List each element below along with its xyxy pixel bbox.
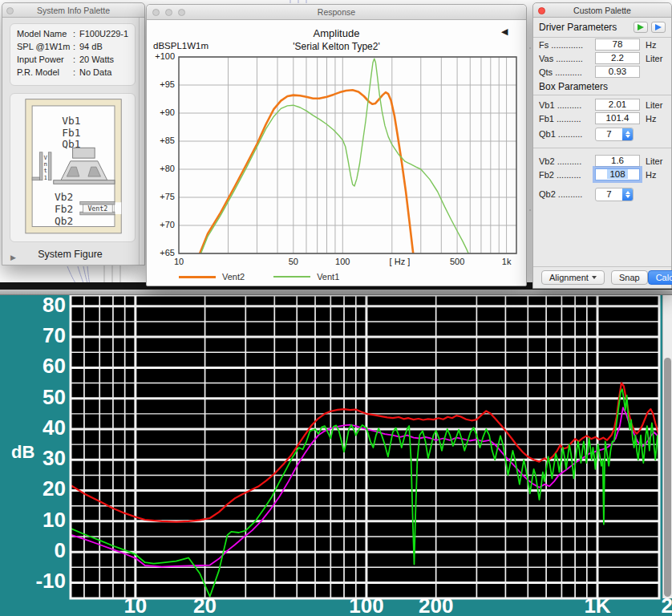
svg-text:1K: 1K (584, 594, 610, 616)
fb1-row: Fb1 .......... 101.4 Hz (533, 111, 671, 125)
vent1-legend-label: Vent1 (317, 272, 339, 282)
response-window: Response Amplitude ◀ dBSPL1W1m 'Serial K… (146, 4, 527, 286)
svg-text:30: 30 (43, 446, 66, 470)
system-figure-label: System Figure (38, 249, 103, 260)
box-parameters-section: Box Parameters (533, 79, 671, 95)
svg-text:20: 20 (193, 594, 217, 616)
svg-text:+90: +90 (160, 107, 175, 117)
vent1-legend-swatch (273, 276, 310, 278)
svg-text:+70: +70 (160, 220, 175, 229)
vb2-input[interactable]: 1.6 (595, 155, 640, 167)
vas-row: Vas ........... 2.2 Liter (533, 51, 671, 65)
screen: 10201002001K280706050403020100-10 dB Sys… (0, 0, 672, 616)
qts-input[interactable]: 0.93 (595, 66, 640, 78)
svg-text:Fb2: Fb2 (55, 203, 73, 215)
chart-legend: Vent2 Vent1 (179, 270, 341, 283)
svg-text:200: 200 (419, 594, 453, 616)
run-blue-button[interactable] (651, 22, 666, 33)
qb1-row: Qb1 .......... 7 (533, 125, 671, 143)
close-button[interactable] (152, 9, 160, 16)
svg-text:+80: +80 (160, 164, 175, 173)
svg-text:1: 1 (43, 174, 47, 181)
fb2-row: Fb2 .......... 108 Hz (533, 168, 671, 181)
system-figure-box: Vb1 Fb1 Qb1 V n t 1 (10, 93, 136, 242)
palette-footer: Alignment Snap Calc. (533, 266, 671, 288)
pr-model-row: P.R. Model:No Data (17, 67, 135, 80)
input-power-row: Input Power:20 Watts (17, 55, 135, 67)
svg-text:50: 50 (43, 385, 66, 409)
window-title: Custom Palette (573, 6, 631, 15)
zoom-button[interactable] (178, 9, 185, 16)
svg-text:0: 0 (55, 538, 66, 562)
window-title: Response (318, 7, 355, 17)
svg-text:Fb1: Fb1 (62, 127, 80, 139)
svg-text:-10: -10 (35, 569, 66, 593)
qb2-stepper[interactable]: 7 (595, 188, 634, 201)
snap-button[interactable]: Snap (611, 270, 648, 285)
system-figure-footer: ▶ System Figure (2, 245, 138, 263)
close-button[interactable] (6, 7, 14, 14)
stepper-arrows-icon[interactable] (622, 188, 633, 201)
svg-text:1k: 1k (502, 257, 512, 266)
svg-text:80: 80 (43, 295, 66, 317)
svg-text:20: 20 (43, 476, 66, 500)
driver-parameters-section: Driver Parameters (533, 18, 671, 37)
svg-text:Vb2: Vb2 (55, 191, 73, 203)
fs-input[interactable]: 78 (595, 38, 640, 51)
system-info-titlebar: System Info Palette (2, 3, 144, 18)
system-info-palette-window: System Info Palette Model Name:F100U229-… (2, 2, 145, 265)
measurement-chart: 10201002001K280706050403020100-10 (0, 295, 672, 616)
scrollbar-thumb[interactable] (664, 358, 671, 597)
scrollbar[interactable] (662, 295, 672, 598)
vb1-row: Vb1 .......... 2.01 Liter (533, 98, 671, 111)
close-button[interactable] (538, 7, 545, 14)
svg-text:60: 60 (43, 354, 66, 378)
divider (533, 148, 671, 148)
alignment-button[interactable]: Alignment (541, 270, 605, 285)
scrollbar[interactable] (139, 18, 144, 265)
disclosure-triangle-icon[interactable]: ▶ (10, 249, 16, 266)
measurement-chart-window: 10201002001K280706050403020100-10 (0, 282, 672, 616)
svg-text:Vent2: Vent2 (87, 205, 107, 213)
svg-text:70: 70 (43, 323, 66, 347)
response-chart: 1050100[ Hz ]5001k+100+95+90+85+80+75+70… (147, 20, 528, 287)
vas-input[interactable]: 2.2 (595, 52, 640, 64)
svg-text:+100: +100 (155, 51, 175, 61)
custom-palette-window: Custom Palette Driver Parameters Fs ....… (532, 2, 672, 289)
qts-row: Qts ........... 0.93 (533, 65, 671, 79)
qb1-stepper[interactable]: 7 (595, 128, 634, 141)
calc-button[interactable]: Calc. (648, 270, 672, 285)
svg-text:Qb2: Qb2 (55, 215, 73, 227)
svg-text:10: 10 (123, 594, 147, 616)
svg-text:10: 10 (43, 508, 66, 532)
svg-text:40: 40 (43, 415, 66, 440)
db-axis-label: dB (11, 442, 34, 463)
svg-text:100: 100 (349, 594, 383, 616)
svg-text:+95: +95 (160, 79, 175, 89)
vb1-input[interactable]: 2.01 (595, 99, 640, 111)
divider (533, 95, 671, 95)
dropdown-arrow-icon (592, 276, 597, 279)
speaker-box-diagram: Vb1 Fb1 Qb1 V n t 1 (15, 95, 132, 241)
svg-text:Vb1: Vb1 (62, 115, 80, 127)
response-titlebar: Response (147, 5, 526, 20)
custom-palette-titlebar: Custom Palette (533, 3, 671, 18)
svg-text:500: 500 (450, 257, 464, 266)
minimize-button[interactable] (165, 9, 172, 16)
window-title: System Info Palette (37, 6, 110, 15)
vb2-row: Vb2 .......... 1.6 Liter (533, 154, 671, 168)
play-icon (655, 24, 662, 30)
fs-row: Fs ............. 78 Hz (533, 38, 671, 51)
model-info-box: Model Name:F100U229-1 SPL @1W1m:94 dB In… (10, 23, 136, 86)
vent2-legend-label: Vent2 (222, 272, 245, 282)
chart-frame-strip (0, 290, 672, 295)
svg-text:+85: +85 (160, 136, 175, 145)
vent2-legend-swatch (179, 276, 216, 278)
spl-row: SPL @1W1m:94 dB (17, 42, 135, 55)
model-name-row: Model Name:F100U229-1 (17, 29, 135, 42)
fb2-input[interactable]: 108 (595, 168, 640, 180)
run-green-button[interactable] (634, 22, 648, 33)
stepper-arrows-icon[interactable] (622, 128, 633, 140)
fb1-input[interactable]: 101.4 (595, 112, 640, 124)
qb2-row: Qb2 .......... 7 (533, 185, 671, 203)
